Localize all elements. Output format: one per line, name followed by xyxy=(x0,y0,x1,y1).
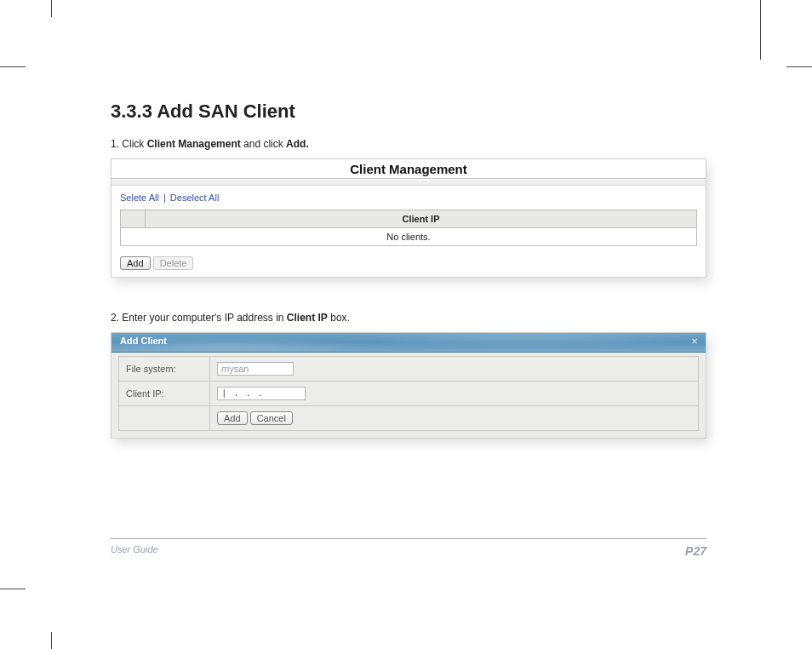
dialog-header: Add Client × xyxy=(112,333,706,353)
add-button[interactable]: Add xyxy=(120,256,151,270)
page-footer: User Guide P27 xyxy=(111,538,706,558)
step-1-b2: Add. xyxy=(286,138,309,150)
step-1-num: 1. xyxy=(111,138,119,150)
page-content: 3.3.3 Add SAN Client 1. Click Client Man… xyxy=(111,101,706,473)
form-buttons-row: Add Cancel xyxy=(119,406,699,431)
dialog-cancel-button[interactable]: Cancel xyxy=(250,411,293,425)
add-client-form: File system: mysan Client IP: | . . . Ad xyxy=(118,356,699,431)
step-1-pre: Click xyxy=(122,138,146,150)
client-ip-input[interactable]: | . . . xyxy=(217,387,306,400)
dialog-add-button[interactable]: Add xyxy=(217,411,248,425)
step-2-b1: Client IP xyxy=(287,312,328,324)
filesystem-input: mysan xyxy=(217,362,294,376)
filesystem-label: File system: xyxy=(119,357,210,382)
link-separator: | xyxy=(159,192,170,203)
dialog-title: Add Client xyxy=(120,336,167,346)
client-ip-label: Client IP: xyxy=(119,382,210,406)
section-title: 3.3.3 Add SAN Client xyxy=(111,101,706,123)
step-2-post: box. xyxy=(328,312,350,324)
table-row: No clients. xyxy=(121,228,697,246)
client-ip-row: Client IP: | . . . xyxy=(119,382,699,406)
table-header-row: Client IP xyxy=(121,210,697,228)
step-1-mid: and click xyxy=(241,138,286,150)
footer-left: User Guide xyxy=(111,544,158,558)
screenshot-add-client: Add Client × File system: mysan Client I… xyxy=(111,332,706,439)
step-2-num: 2. xyxy=(111,312,119,324)
step-2-pre: Enter your computer's IP address in xyxy=(122,312,287,324)
deselect-all-link[interactable]: Deselect All xyxy=(170,192,219,203)
client-management-title: Client Management xyxy=(112,162,706,179)
checkbox-header xyxy=(121,210,146,228)
select-all-link[interactable]: Selete All xyxy=(120,192,159,203)
step-2: 2. Enter your computer's IP address in C… xyxy=(111,312,706,324)
filesystem-row: File system: mysan xyxy=(119,357,699,382)
no-clients-cell: No clients. xyxy=(121,228,697,246)
step-1-b1: Client Management xyxy=(147,138,241,150)
client-table: Client IP No clients. xyxy=(120,210,697,246)
page-number: P27 xyxy=(685,544,706,558)
close-icon[interactable]: × xyxy=(689,336,700,347)
step-1: 1. Click Client Management and click Add… xyxy=(111,138,706,150)
client-ip-header: Client IP xyxy=(146,210,697,228)
screenshot-client-management: Client Management Selete All | Deselect … xyxy=(111,158,706,278)
delete-button: Delete xyxy=(153,256,194,270)
